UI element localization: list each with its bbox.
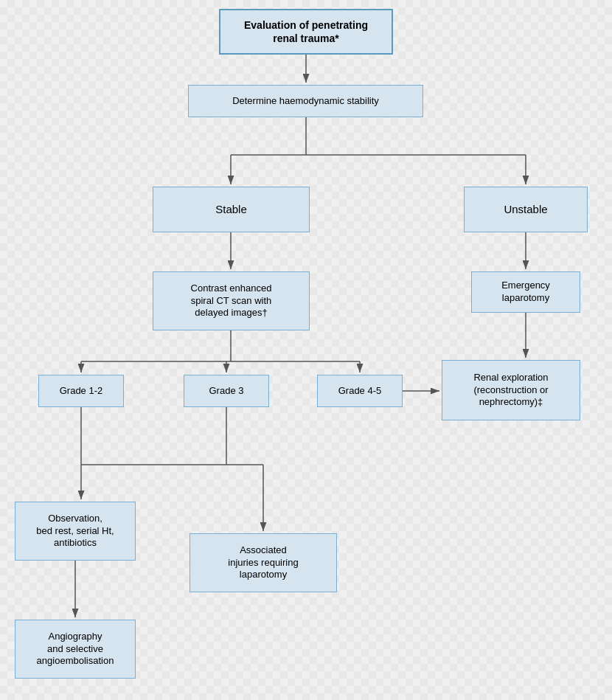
ct-scan-box: Contrast enhanced spiral CT scan with de…	[153, 271, 310, 330]
associated-text: Associated injuries requiring laparotomy	[228, 544, 298, 582]
grade12-box: Grade 1-2	[38, 375, 124, 407]
unstable-text: Unstable	[504, 202, 547, 217]
unstable-box: Unstable	[464, 187, 588, 232]
angiography-box: Angiography and selective angioembolisat…	[15, 620, 136, 679]
grade3-text: Grade 3	[209, 385, 244, 398]
observation-text: Observation, bed rest, serial Ht, antibi…	[36, 513, 114, 550]
grade45-text: Grade 4-5	[338, 385, 382, 398]
renal-exploration-text: Renal exploration (reconstruction or nep…	[473, 372, 548, 409]
angiography-text: Angiography and selective angioembolisat…	[37, 631, 114, 668]
grade3-box: Grade 3	[184, 375, 269, 407]
flowchart: Evaluation of penetrating renal trauma* …	[0, 0, 612, 700]
haemodynamic-text: Determine haemodynamic stability	[232, 95, 379, 108]
ct-scan-text: Contrast enhanced spiral CT scan with de…	[191, 283, 272, 320]
associated-box: Associated injuries requiring laparotomy	[189, 533, 337, 592]
emergency-lap-text: Emergency laparotomy	[501, 280, 550, 305]
title-text: Evaluation of penetrating renal trauma*	[244, 18, 368, 45]
observation-box: Observation, bed rest, serial Ht, antibi…	[15, 502, 136, 561]
stable-text: Stable	[215, 202, 247, 217]
grade45-box: Grade 4-5	[317, 375, 403, 407]
renal-exploration-box: Renal exploration (reconstruction or nep…	[442, 360, 580, 420]
emergency-lap-box: Emergency laparotomy	[471, 271, 580, 313]
title-box: Evaluation of penetrating renal trauma*	[219, 9, 393, 55]
grade12-text: Grade 1-2	[60, 385, 103, 398]
stable-box: Stable	[153, 187, 310, 232]
haemodynamic-box: Determine haemodynamic stability	[188, 85, 423, 117]
